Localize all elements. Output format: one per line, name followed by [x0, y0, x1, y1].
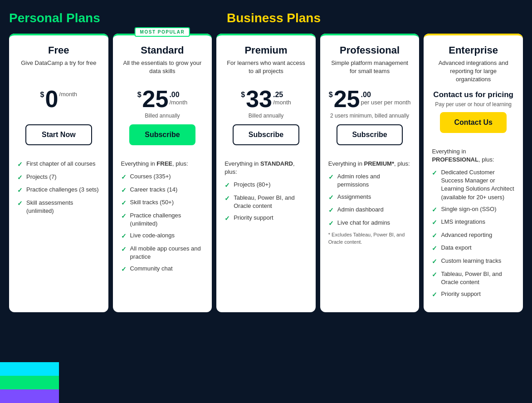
plan-name-free: Free: [17, 44, 100, 56]
feature-text-enterprise-3: Advanced reporting: [441, 231, 492, 239]
feature-text-enterprise-0: Dedicated Customer Success Manager or Le…: [441, 168, 515, 202]
business-header: Business Plans: [227, 11, 523, 34]
feature-text-free-2: Practice challenges (3 sets): [26, 186, 99, 194]
feature-item-enterprise-6: ✓ Tableau, Power BI, and Oracle content: [432, 270, 515, 286]
features-intro-premium: Everything in STANDARD, plus:: [225, 160, 307, 176]
plan-card-premium: Premium For learners who want access to …: [216, 34, 316, 312]
feature-text-standard-4: Live code-alongs: [130, 231, 175, 240]
feature-text-enterprise-6: Tableau, Power BI, and Oracle content: [441, 270, 515, 286]
plan-btn-standard[interactable]: Subscribe: [129, 124, 196, 145]
price-cents-standard: .00: [169, 91, 187, 99]
feature-text-standard-5: All mobile app courses and practice: [130, 245, 204, 261]
feature-text-enterprise-2: LMS integrations: [441, 218, 485, 226]
feature-item-free-1: ✓ Projects (7): [17, 173, 100, 182]
plan-card-top-standard: Standard All the essentials to grow your…: [113, 34, 212, 152]
plan-desc-enterprise: Advanced integrations and reporting for …: [432, 59, 515, 84]
feature-item-enterprise-1: ✓ Single sign-on (SSO): [432, 205, 515, 215]
feature-item-premium-1: ✓ Tableau, Power BI, and Oracle content: [225, 194, 307, 210]
plan-btn-professional[interactable]: Subscribe: [337, 124, 403, 145]
features-intro-enterprise: Everything in PROFESSIONAL, plus:: [432, 147, 515, 164]
check-icon-enterprise-4: ✓: [432, 244, 437, 253]
check-icon-professional-3: ✓: [328, 219, 334, 228]
plan-card-top-free: Free Give DataCamp a try for free $ 0 /m…: [9, 34, 108, 152]
plan-features-premium: Everything in STANDARD, plus: ✓ Projects…: [216, 152, 316, 303]
check-icon-standard-3: ✓: [121, 212, 127, 221]
feature-item-standard-4: ✓ Live code-alongs: [121, 231, 204, 241]
plan-billing-premium: Billed annually: [225, 113, 307, 120]
feature-item-standard-5: ✓ All mobile app courses and practice: [121, 245, 204, 261]
feature-text-free-3: Skill assessments (unlimited): [26, 199, 100, 215]
feature-text-enterprise-5: Custom learning tracks: [441, 257, 501, 265]
check-icon-premium-0: ✓: [225, 181, 230, 190]
plan-features-free: ✓ First chapter of all courses ✓ Project…: [9, 152, 108, 303]
price-cents-block-free: /month: [59, 91, 77, 98]
feature-item-professional-1: ✓ Assignments: [328, 193, 411, 202]
plan-features-standard: Everything in FREE, plus: ✓ Courses (335…: [113, 152, 212, 303]
price-contact-enterprise: Contact us for pricing: [432, 90, 515, 99]
check-icon-enterprise-1: ✓: [432, 206, 437, 215]
plan-btn-enterprise[interactable]: Contact Us: [440, 112, 507, 133]
feature-text-enterprise-4: Data export: [441, 244, 471, 252]
feature-text-standard-0: Courses (335+): [130, 172, 171, 181]
price-subtext-enterprise: Pay per user or hour of learning: [432, 101, 515, 108]
plan-btn-premium[interactable]: Subscribe: [233, 124, 299, 145]
plan-billing-free: [17, 113, 100, 120]
check-icon-enterprise-7: ✓: [432, 290, 437, 300]
business-plans-label: Business Plans: [227, 11, 523, 25]
most-popular-badge: MOST POPULAR: [135, 27, 190, 37]
plan-card-top-enterprise: Enterprise Advanced integrations and rep…: [424, 34, 523, 140]
feature-text-free-0: First chapter of all courses: [26, 160, 95, 168]
color-block-purple: [0, 389, 59, 403]
feature-text-free-1: Projects (7): [26, 173, 56, 181]
feature-text-professional-3: Live chat for admins: [337, 219, 390, 227]
feature-note-professional: * Excludes Tableau, Power BI, and Oracle…: [328, 231, 411, 246]
check-icon-enterprise-3: ✓: [432, 231, 437, 241]
check-icon-standard-0: ✓: [121, 173, 127, 182]
feature-item-enterprise-4: ✓ Data export: [432, 244, 515, 253]
plan-name-premium: Premium: [225, 44, 307, 56]
plan-desc-free: Give DataCamp a try for free: [17, 59, 100, 81]
plan-name-standard: Standard: [121, 44, 204, 56]
plan-price-free: $ 0 /month: [17, 87, 100, 111]
plan-btn-free[interactable]: Start Now: [25, 124, 92, 145]
feature-item-premium-0: ✓ Projects (80+): [225, 181, 307, 190]
features-intro-standard: Everything in FREE, plus:: [121, 160, 204, 168]
plan-card-top-professional: Professional Simple platform management …: [320, 34, 420, 152]
feature-item-free-0: ✓ First chapter of all courses: [17, 160, 100, 169]
price-period-free: /month: [59, 91, 77, 98]
feature-item-professional-0: ✓ Admin roles and permissions: [328, 172, 411, 189]
feature-item-professional-3: ✓ Live chat for admins: [328, 219, 411, 228]
plan-card-free: Free Give DataCamp a try for free $ 0 /m…: [9, 34, 108, 312]
feature-item-premium-2: ✓ Priority support: [225, 214, 307, 223]
price-dollar-free: $: [40, 91, 44, 99]
plan-price-standard: $ 25 .00 /month: [121, 87, 204, 111]
price-cents-block-premium: .25 /month: [273, 91, 291, 106]
plan-billing-standard: Billed annually: [121, 113, 204, 120]
feature-text-enterprise-7: Priority support: [441, 290, 480, 298]
check-icon-professional-0: ✓: [328, 173, 334, 182]
feature-text-professional-0: Admin roles and permissions: [337, 172, 411, 189]
price-cents-block-professional: .00 per user per month: [361, 91, 411, 106]
check-icon-free-0: ✓: [17, 160, 23, 169]
feature-text-professional-2: Admin dashboard: [337, 206, 384, 214]
feature-item-standard-6: ✓ Community chat: [121, 265, 204, 274]
price-dollar-professional: $: [329, 91, 333, 99]
feature-item-standard-1: ✓ Career tracks (14): [121, 186, 204, 195]
check-icon-professional-1: ✓: [328, 193, 334, 202]
color-block-cyan: [0, 362, 59, 376]
feature-text-standard-2: Skill tracks (50+): [130, 198, 174, 206]
check-icon-free-3: ✓: [17, 199, 23, 208]
feature-item-enterprise-0: ✓ Dedicated Customer Success Manager or …: [432, 168, 515, 202]
price-main-free: 0: [45, 87, 58, 111]
check-icon-free-2: ✓: [17, 186, 23, 195]
plan-card-professional: Professional Simple platform management …: [320, 34, 420, 312]
feature-text-standard-1: Career tracks (14): [130, 186, 178, 194]
color-block-green: [0, 376, 59, 389]
plan-features-enterprise: Everything in PROFESSIONAL, plus: ✓ Dedi…: [424, 140, 523, 303]
price-main-professional: 25: [334, 87, 360, 111]
feature-item-free-3: ✓ Skill assessments (unlimited): [17, 199, 100, 215]
check-icon-standard-5: ✓: [121, 245, 127, 254]
feature-text-standard-3: Practice challenges (unlimited): [130, 211, 204, 228]
check-icon-premium-1: ✓: [225, 194, 230, 203]
all-plans-row: Free Give DataCamp a try for free $ 0 /m…: [9, 34, 523, 312]
